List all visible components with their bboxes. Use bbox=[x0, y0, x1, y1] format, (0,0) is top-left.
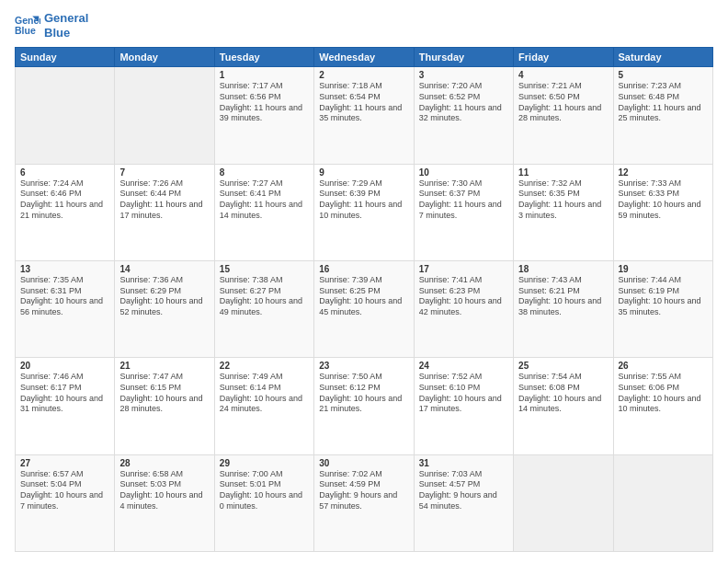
calendar-week-row: 20Sunrise: 7:46 AM Sunset: 6:17 PM Dayli… bbox=[16, 358, 713, 454]
cell-content: Sunrise: 7:41 AM Sunset: 6:23 PM Dayligh… bbox=[419, 275, 508, 318]
cell-content: Sunrise: 7:55 AM Sunset: 6:06 PM Dayligh… bbox=[619, 372, 708, 415]
logo: General Blue General Blue bbox=[15, 11, 88, 40]
day-number: 13 bbox=[20, 264, 109, 274]
calendar-cell: 28Sunrise: 6:58 AM Sunset: 5:03 PM Dayli… bbox=[115, 454, 214, 551]
calendar-cell: 22Sunrise: 7:49 AM Sunset: 6:14 PM Dayli… bbox=[214, 358, 313, 454]
day-number: 11 bbox=[518, 167, 608, 178]
day-number: 15 bbox=[220, 264, 309, 274]
day-number: 16 bbox=[319, 264, 408, 274]
svg-text:Blue: Blue bbox=[15, 24, 36, 35]
calendar-cell: 25Sunrise: 7:54 AM Sunset: 6:08 PM Dayli… bbox=[514, 358, 613, 454]
calendar-cell: 13Sunrise: 7:35 AM Sunset: 6:31 PM Dayli… bbox=[16, 260, 115, 357]
cell-content: Sunrise: 7:03 AM Sunset: 4:57 PM Dayligh… bbox=[419, 469, 508, 512]
day-number: 2 bbox=[319, 70, 408, 80]
cell-content: Sunrise: 7:18 AM Sunset: 6:54 PM Dayligh… bbox=[319, 81, 408, 124]
weekday-header-monday: Monday bbox=[115, 48, 214, 67]
day-number: 24 bbox=[419, 361, 508, 371]
calendar-cell bbox=[16, 67, 115, 164]
calendar-week-row: 6Sunrise: 7:24 AM Sunset: 6:46 PM Daylig… bbox=[16, 164, 713, 260]
day-number: 22 bbox=[220, 361, 309, 371]
day-number: 23 bbox=[319, 361, 408, 371]
cell-content: Sunrise: 7:39 AM Sunset: 6:25 PM Dayligh… bbox=[319, 275, 408, 318]
weekday-header-sunday: Sunday bbox=[16, 48, 115, 67]
cell-content: Sunrise: 7:29 AM Sunset: 6:39 PM Dayligh… bbox=[319, 178, 408, 222]
day-number: 9 bbox=[319, 167, 408, 178]
calendar-table: SundayMondayTuesdayWednesdayThursdayFrid… bbox=[15, 47, 713, 552]
calendar-cell: 5Sunrise: 7:23 AM Sunset: 6:48 PM Daylig… bbox=[613, 67, 712, 164]
calendar-cell: 21Sunrise: 7:47 AM Sunset: 6:15 PM Dayli… bbox=[115, 358, 214, 454]
calendar-cell bbox=[115, 67, 214, 164]
logo-general: General bbox=[44, 11, 88, 26]
cell-content: Sunrise: 7:30 AM Sunset: 6:37 PM Dayligh… bbox=[419, 178, 508, 222]
calendar-cell: 2Sunrise: 7:18 AM Sunset: 6:54 PM Daylig… bbox=[314, 67, 414, 164]
calendar-cell: 18Sunrise: 7:43 AM Sunset: 6:21 PM Dayli… bbox=[514, 260, 613, 357]
cell-content: Sunrise: 7:00 AM Sunset: 5:01 PM Dayligh… bbox=[220, 469, 309, 512]
cell-content: Sunrise: 7:47 AM Sunset: 6:15 PM Dayligh… bbox=[119, 372, 209, 415]
day-number: 21 bbox=[119, 361, 209, 371]
day-number: 30 bbox=[319, 458, 408, 468]
cell-content: Sunrise: 7:20 AM Sunset: 6:52 PM Dayligh… bbox=[419, 81, 508, 124]
day-number: 18 bbox=[518, 264, 608, 274]
calendar-cell: 4Sunrise: 7:21 AM Sunset: 6:50 PM Daylig… bbox=[514, 67, 613, 164]
day-number: 5 bbox=[619, 70, 708, 80]
day-number: 14 bbox=[119, 264, 209, 274]
cell-content: Sunrise: 7:26 AM Sunset: 6:44 PM Dayligh… bbox=[119, 178, 209, 222]
cell-content: Sunrise: 7:49 AM Sunset: 6:14 PM Dayligh… bbox=[220, 372, 309, 415]
cell-content: Sunrise: 7:52 AM Sunset: 6:10 PM Dayligh… bbox=[419, 372, 508, 415]
day-number: 28 bbox=[119, 458, 209, 468]
day-number: 27 bbox=[20, 458, 109, 468]
weekday-header-thursday: Thursday bbox=[414, 48, 513, 67]
weekday-header-saturday: Saturday bbox=[613, 48, 712, 67]
calendar-cell: 12Sunrise: 7:33 AM Sunset: 6:33 PM Dayli… bbox=[613, 164, 712, 260]
calendar-cell: 16Sunrise: 7:39 AM Sunset: 6:25 PM Dayli… bbox=[314, 260, 414, 357]
weekday-header-tuesday: Tuesday bbox=[214, 48, 313, 67]
calendar-week-row: 13Sunrise: 7:35 AM Sunset: 6:31 PM Dayli… bbox=[16, 260, 713, 357]
day-number: 3 bbox=[419, 70, 508, 80]
calendar-cell: 6Sunrise: 7:24 AM Sunset: 6:46 PM Daylig… bbox=[16, 164, 115, 260]
weekday-header-friday: Friday bbox=[514, 48, 613, 67]
logo-icon: General Blue bbox=[15, 13, 40, 39]
calendar-page: General Blue General Blue SundayMondayTu… bbox=[0, 0, 728, 563]
calendar-cell: 30Sunrise: 7:02 AM Sunset: 4:59 PM Dayli… bbox=[314, 454, 414, 551]
cell-content: Sunrise: 7:43 AM Sunset: 6:21 PM Dayligh… bbox=[518, 275, 608, 318]
weekday-header-row: SundayMondayTuesdayWednesdayThursdayFrid… bbox=[16, 48, 713, 67]
day-number: 1 bbox=[220, 70, 309, 80]
cell-content: Sunrise: 6:58 AM Sunset: 5:03 PM Dayligh… bbox=[119, 469, 209, 512]
cell-content: Sunrise: 7:23 AM Sunset: 6:48 PM Dayligh… bbox=[619, 81, 708, 124]
day-number: 6 bbox=[20, 167, 109, 178]
calendar-cell: 20Sunrise: 7:46 AM Sunset: 6:17 PM Dayli… bbox=[16, 358, 115, 454]
day-number: 19 bbox=[619, 264, 708, 274]
cell-content: Sunrise: 7:38 AM Sunset: 6:27 PM Dayligh… bbox=[220, 275, 309, 318]
calendar-week-row: 27Sunrise: 6:57 AM Sunset: 5:04 PM Dayli… bbox=[16, 454, 713, 551]
logo-blue: Blue bbox=[44, 26, 88, 40]
cell-content: Sunrise: 7:36 AM Sunset: 6:29 PM Dayligh… bbox=[119, 275, 209, 318]
cell-content: Sunrise: 6:57 AM Sunset: 5:04 PM Dayligh… bbox=[20, 469, 109, 512]
cell-content: Sunrise: 7:32 AM Sunset: 6:35 PM Dayligh… bbox=[518, 178, 608, 222]
day-number: 20 bbox=[20, 361, 109, 371]
calendar-cell: 24Sunrise: 7:52 AM Sunset: 6:10 PM Dayli… bbox=[414, 358, 513, 454]
calendar-cell: 17Sunrise: 7:41 AM Sunset: 6:23 PM Dayli… bbox=[414, 260, 513, 357]
cell-content: Sunrise: 7:02 AM Sunset: 4:59 PM Dayligh… bbox=[319, 469, 408, 512]
calendar-cell: 23Sunrise: 7:50 AM Sunset: 6:12 PM Dayli… bbox=[314, 358, 414, 454]
cell-content: Sunrise: 7:46 AM Sunset: 6:17 PM Dayligh… bbox=[20, 372, 109, 415]
calendar-cell bbox=[514, 454, 613, 551]
calendar-cell: 3Sunrise: 7:20 AM Sunset: 6:52 PM Daylig… bbox=[414, 67, 513, 164]
calendar-cell: 14Sunrise: 7:36 AM Sunset: 6:29 PM Dayli… bbox=[115, 260, 214, 357]
calendar-cell: 15Sunrise: 7:38 AM Sunset: 6:27 PM Dayli… bbox=[214, 260, 313, 357]
calendar-cell: 31Sunrise: 7:03 AM Sunset: 4:57 PM Dayli… bbox=[414, 454, 513, 551]
day-number: 8 bbox=[220, 167, 309, 178]
day-number: 31 bbox=[419, 458, 508, 468]
cell-content: Sunrise: 7:27 AM Sunset: 6:41 PM Dayligh… bbox=[220, 178, 309, 222]
day-number: 10 bbox=[419, 167, 508, 178]
calendar-cell: 1Sunrise: 7:17 AM Sunset: 6:56 PM Daylig… bbox=[214, 67, 313, 164]
cell-content: Sunrise: 7:24 AM Sunset: 6:46 PM Dayligh… bbox=[20, 178, 109, 222]
calendar-cell: 8Sunrise: 7:27 AM Sunset: 6:41 PM Daylig… bbox=[214, 164, 313, 260]
calendar-week-row: 1Sunrise: 7:17 AM Sunset: 6:56 PM Daylig… bbox=[16, 67, 713, 164]
day-number: 26 bbox=[619, 361, 708, 371]
cell-content: Sunrise: 7:35 AM Sunset: 6:31 PM Dayligh… bbox=[20, 275, 109, 318]
calendar-cell: 19Sunrise: 7:44 AM Sunset: 6:19 PM Dayli… bbox=[613, 260, 712, 357]
day-number: 7 bbox=[119, 167, 209, 178]
calendar-cell bbox=[613, 454, 712, 551]
day-number: 29 bbox=[220, 458, 309, 468]
cell-content: Sunrise: 7:44 AM Sunset: 6:19 PM Dayligh… bbox=[619, 275, 708, 318]
